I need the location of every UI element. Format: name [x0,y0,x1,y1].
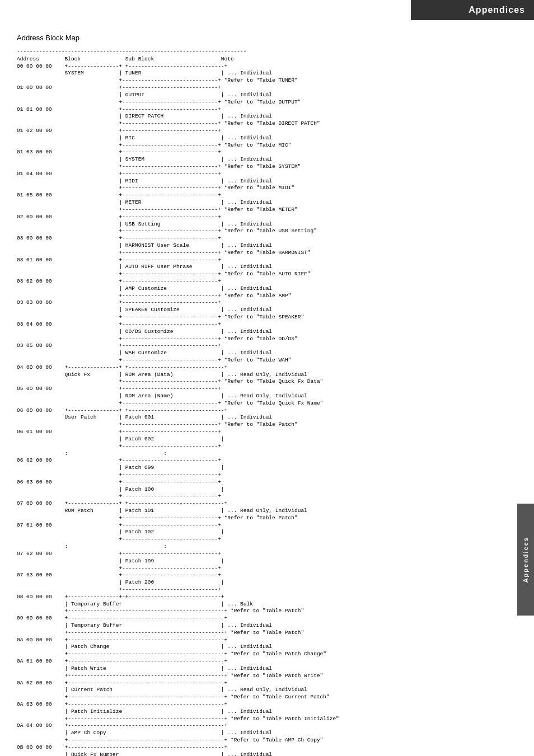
sidebar-label-text: Appendices [522,537,529,583]
header-title: Appendices [469,5,525,15]
sidebar-appendices: Appendices [517,504,534,616]
address-block-map-table: ----------------------------------------… [17,49,498,756]
section-title: Address Block Map [17,34,498,42]
main-content: Address Block Map ----------------------… [0,0,514,756]
header-band: Appendices [411,0,534,20]
